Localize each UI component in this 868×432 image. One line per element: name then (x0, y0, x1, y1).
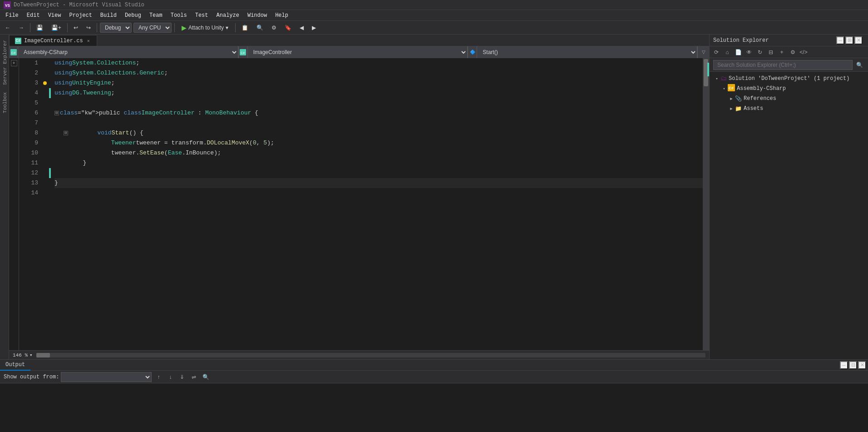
se-show-all-button[interactable]: 👁 (744, 47, 754, 57)
menu-debug[interactable]: Debug (121, 11, 145, 20)
code-line-10[interactable]: tweener.SetEase(Ease.InBounce); (54, 148, 703, 158)
output-tab-bar: Output ─ ⊟ ✕ (0, 360, 868, 371)
se-sync-button[interactable]: ⟳ (711, 47, 721, 57)
code-line-1[interactable]: using System.Collections; (54, 58, 703, 68)
tree-arrow-0[interactable]: ▾ (713, 76, 720, 81)
method-dropdown[interactable]: Start() (477, 46, 697, 58)
output-content (0, 383, 868, 432)
attach-to-unity-button[interactable]: ▶ Attach to Unity ▾ (178, 23, 232, 33)
output-close-button[interactable]: ✕ (858, 361, 866, 369)
tree-arrow-1[interactable]: ▾ (720, 86, 728, 91)
se-collapse-button[interactable]: ⊟ (766, 47, 776, 57)
se-dock-button[interactable]: ⊞ (845, 36, 853, 45)
redo-button[interactable]: ↪ (83, 23, 94, 32)
forward-button[interactable]: → (15, 23, 27, 32)
tree-item-3[interactable]: ▶ 📁 Assets (710, 104, 868, 114)
toolbox-tab[interactable]: Toolbox (0, 89, 10, 117)
toolbar-btn-6[interactable]: 📋 (238, 23, 252, 32)
class-dropdown[interactable]: ImageController (248, 46, 468, 58)
output-scroll-down-button[interactable]: ↓ (165, 372, 175, 382)
se-refresh-button[interactable]: ↻ (755, 47, 765, 57)
collapse-box-8[interactable]: ⊟ (64, 131, 68, 135)
menu-view[interactable]: View (44, 11, 65, 20)
line-number-14: 14 (23, 188, 38, 198)
tree-item-1[interactable]: ▾ C# Assembly-CSharp (710, 84, 868, 94)
platform-dropdown[interactable]: Any CPU (133, 23, 172, 33)
tree-item-2[interactable]: ▶ 📎 References (710, 94, 868, 104)
se-close-button[interactable]: ✕ (854, 36, 863, 45)
gutter-row-5 (42, 98, 51, 108)
output-find-button[interactable]: 🔍 (201, 372, 211, 382)
build-config-dropdown[interactable]: Debug (100, 23, 132, 33)
menu-help[interactable]: Help (271, 11, 292, 20)
svg-text:C#: C# (729, 86, 734, 91)
menu-analyze[interactable]: Analyze (213, 11, 243, 20)
se-pin-button[interactable]: ─ (836, 36, 844, 45)
se-code-editor-button[interactable]: </> (799, 47, 809, 57)
output-tab[interactable]: Output (0, 360, 30, 371)
se-home-button[interactable]: ⌂ (722, 47, 732, 57)
line-number-4: 4 (23, 88, 38, 98)
tree-arrow-3[interactable]: ▶ (728, 106, 735, 111)
code-line-3[interactable]: using UnityEngine; (54, 78, 703, 88)
server-explorer-tab[interactable]: Server Explorer (0, 36, 10, 89)
undo-button[interactable]: ↩ (70, 23, 81, 32)
menu-file[interactable]: File (2, 11, 22, 20)
code-line-14[interactable] (54, 188, 703, 198)
se-props-button[interactable]: 📄 (733, 47, 743, 57)
zoom-dropdown-arrow[interactable]: ▾ (30, 352, 33, 358)
se-settings-button[interactable]: ⚙ (788, 47, 798, 57)
toolbar-btn-7[interactable]: 🔍 (253, 23, 266, 32)
expand-nav-button[interactable]: ▽ (697, 46, 709, 58)
save-all-button[interactable]: 💾+ (48, 23, 64, 32)
vertical-scrollbar[interactable] (703, 58, 709, 350)
code-line-7[interactable] (54, 118, 703, 128)
toolbar-btn-8[interactable]: ⚙ (268, 23, 280, 32)
code-content-area[interactable]: using System.Collections;using System.Co… (51, 58, 703, 350)
code-line-6[interactable]: ⊟class="kw">public class ImageController… (54, 108, 703, 118)
tree-arrow-2[interactable]: ▶ (728, 96, 735, 101)
tab-close-button[interactable]: ✕ (86, 38, 91, 44)
class-namespace-dropdown[interactable]: Assembly-CSharp (18, 46, 238, 58)
gutter-row-7 (42, 118, 51, 128)
menu-team[interactable]: Team (146, 11, 166, 20)
toolbar-btn-11[interactable]: ▶ (309, 23, 319, 32)
code-line-8[interactable]: ⊟ void Start() { (54, 128, 703, 138)
menu-project[interactable]: Project (65, 11, 95, 20)
output-clear-button[interactable]: ↑ (153, 372, 163, 382)
output-float-button[interactable]: ⊟ (849, 361, 857, 369)
se-new-sol-explorer-button[interactable]: + (777, 47, 787, 57)
toolbar-btn-9[interactable]: 🔖 (281, 23, 295, 32)
code-line-12[interactable] (54, 168, 703, 178)
code-line-9[interactable]: Tweener tweener = transform.DOLocalMoveX… (54, 138, 703, 148)
code-line-5[interactable] (54, 98, 703, 108)
se-search-button[interactable]: 🔍 (854, 60, 864, 70)
tree-item-0[interactable]: ▾ 🗂 Solution 'DoTweenProject' (1 project… (710, 74, 868, 84)
code-line-13[interactable]: } (54, 178, 703, 188)
tab-cs-icon: C# (15, 38, 21, 44)
bottom-panel: Output ─ ⊟ ✕ Show output from: ↑ ↓ ⇓ ⇌ 🔍 (0, 359, 868, 432)
code-line-2[interactable]: using System.Collections.Generic; (54, 68, 703, 78)
menu-test[interactable]: Test (192, 11, 212, 20)
expand-all-button[interactable]: + (11, 60, 17, 66)
horizontal-scrollbar[interactable] (36, 353, 705, 358)
solution-explorer-title: Solution Explorer (713, 37, 769, 44)
gutter-row-10 (42, 148, 51, 158)
back-button[interactable]: ← (2, 23, 14, 32)
output-wrap-button[interactable]: ⇌ (189, 372, 199, 382)
output-scroll-end-button[interactable]: ⇓ (177, 372, 187, 382)
code-line-4[interactable]: using DG.Tweening; (54, 88, 703, 98)
menu-edit[interactable]: Edit (23, 11, 44, 20)
code-line-11[interactable]: } (54, 158, 703, 168)
toolbar-btn-10[interactable]: ◀ (296, 23, 307, 32)
menu-window[interactable]: Window (244, 11, 271, 20)
h-scrollbar-thumb[interactable] (36, 353, 50, 358)
menu-build[interactable]: Build (97, 11, 120, 20)
collapse-box-6[interactable]: ⊟ (54, 111, 59, 115)
menu-tools[interactable]: Tools (167, 11, 191, 20)
save-button[interactable]: 💾 (33, 23, 46, 32)
tab-imagecontroller[interactable]: C# ImageController.cs ✕ (9, 35, 97, 46)
se-search-input[interactable] (713, 60, 853, 70)
output-pin-button[interactable]: ─ (840, 361, 848, 369)
output-source-dropdown[interactable] (61, 372, 152, 382)
